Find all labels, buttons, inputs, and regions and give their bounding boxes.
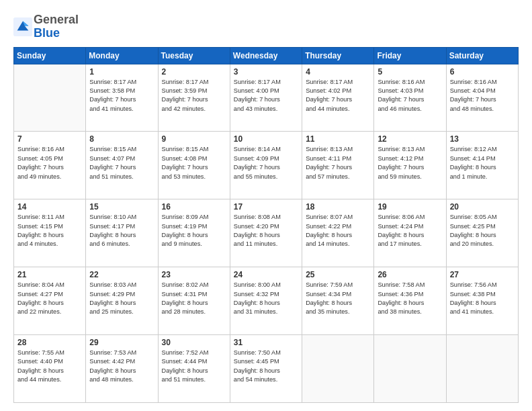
day-number: 5	[378, 67, 442, 77]
calendar-cell: 18Sunrise: 8:07 AMSunset: 4:22 PMDayligh…	[302, 199, 374, 267]
calendar-cell: 21Sunrise: 8:04 AMSunset: 4:27 PMDayligh…	[14, 267, 86, 335]
calendar-cell: 24Sunrise: 8:00 AMSunset: 4:32 PMDayligh…	[230, 267, 302, 335]
day-number: 25	[306, 270, 370, 279]
day-info: Sunrise: 7:58 AMSunset: 4:36 PMDaylight:…	[378, 281, 442, 316]
day-info: Sunrise: 8:13 AMSunset: 4:12 PMDaylight:…	[378, 145, 442, 181]
day-info: Sunrise: 7:53 AMSunset: 4:42 PMDaylight:…	[89, 349, 154, 384]
day-number: 27	[450, 270, 515, 279]
weekday-header-tuesday: Tuesday	[158, 47, 230, 64]
calendar-cell: 17Sunrise: 8:08 AMSunset: 4:20 PMDayligh…	[230, 199, 302, 267]
calendar-table: SundayMondayTuesdayWednesdayThursdayFrid…	[13, 47, 519, 403]
logo-text: General Blue	[34, 13, 79, 40]
day-number: 4	[306, 67, 370, 77]
day-info: Sunrise: 7:59 AMSunset: 4:34 PMDaylight:…	[306, 281, 370, 316]
header: General Blue	[13, 11, 519, 40]
day-number: 18	[306, 202, 370, 212]
weekday-header-row: SundayMondayTuesdayWednesdayThursdayFrid…	[14, 47, 519, 64]
day-info: Sunrise: 8:03 AMSunset: 4:29 PMDaylight:…	[89, 281, 154, 316]
calendar-cell: 20Sunrise: 8:05 AMSunset: 4:25 PMDayligh…	[446, 199, 518, 267]
day-info: Sunrise: 8:11 AMSunset: 4:15 PMDaylight:…	[17, 213, 82, 248]
day-info: Sunrise: 8:15 AMSunset: 4:07 PMDaylight:…	[89, 145, 154, 181]
day-info: Sunrise: 8:10 AMSunset: 4:17 PMDaylight:…	[89, 213, 154, 248]
calendar-cell: 27Sunrise: 7:56 AMSunset: 4:38 PMDayligh…	[446, 267, 518, 335]
day-info: Sunrise: 8:17 AMSunset: 4:00 PMDaylight:…	[234, 78, 298, 113]
day-number: 2	[162, 67, 226, 77]
calendar-cell: 1Sunrise: 8:17 AMSunset: 3:58 PMDaylight…	[86, 64, 158, 132]
day-number: 20	[450, 202, 515, 212]
day-info: Sunrise: 8:17 AMSunset: 4:02 PMDaylight:…	[306, 78, 370, 113]
day-info: Sunrise: 8:13 AMSunset: 4:11 PMDaylight:…	[306, 145, 370, 181]
day-number: 22	[89, 270, 154, 279]
calendar-cell: 9Sunrise: 8:15 AMSunset: 4:08 PMDaylight…	[158, 132, 230, 199]
day-number: 24	[234, 270, 298, 279]
day-number: 3	[234, 67, 298, 77]
day-info: Sunrise: 8:08 AMSunset: 4:20 PMDaylight:…	[234, 213, 298, 248]
calendar-week-1: 1Sunrise: 8:17 AMSunset: 3:58 PMDaylight…	[14, 64, 519, 132]
day-number: 14	[17, 202, 82, 212]
calendar-cell: 31Sunrise: 7:50 AMSunset: 4:45 PMDayligh…	[230, 335, 302, 403]
day-info: Sunrise: 8:05 AMSunset: 4:25 PMDaylight:…	[450, 213, 515, 248]
day-number: 13	[450, 134, 515, 144]
logo-icon	[13, 17, 32, 36]
day-number: 28	[17, 338, 82, 347]
calendar-cell: 8Sunrise: 8:15 AMSunset: 4:07 PMDaylight…	[86, 132, 158, 199]
calendar-cell: 22Sunrise: 8:03 AMSunset: 4:29 PMDayligh…	[86, 267, 158, 335]
day-info: Sunrise: 8:07 AMSunset: 4:22 PMDaylight:…	[306, 213, 370, 248]
day-info: Sunrise: 8:15 AMSunset: 4:08 PMDaylight:…	[162, 145, 226, 181]
calendar-cell: 14Sunrise: 8:11 AMSunset: 4:15 PMDayligh…	[14, 199, 86, 267]
calendar-cell: 12Sunrise: 8:13 AMSunset: 4:12 PMDayligh…	[374, 132, 446, 199]
day-number: 31	[234, 338, 298, 347]
calendar-cell: 13Sunrise: 8:12 AMSunset: 4:14 PMDayligh…	[446, 132, 518, 199]
weekday-header-monday: Monday	[86, 47, 158, 64]
day-number: 6	[450, 67, 515, 77]
day-number: 19	[378, 202, 442, 212]
calendar-cell: 7Sunrise: 8:16 AMSunset: 4:05 PMDaylight…	[14, 132, 86, 199]
calendar-cell	[374, 335, 446, 403]
day-info: Sunrise: 8:04 AMSunset: 4:27 PMDaylight:…	[17, 281, 82, 316]
weekday-header-wednesday: Wednesday	[230, 47, 302, 64]
day-number: 8	[89, 134, 154, 144]
calendar-cell: 10Sunrise: 8:14 AMSunset: 4:09 PMDayligh…	[230, 132, 302, 199]
day-info: Sunrise: 8:12 AMSunset: 4:14 PMDaylight:…	[450, 145, 515, 181]
day-info: Sunrise: 7:52 AMSunset: 4:44 PMDaylight:…	[162, 349, 226, 384]
calendar-cell: 6Sunrise: 8:16 AMSunset: 4:04 PMDaylight…	[446, 64, 518, 132]
day-number: 9	[162, 134, 226, 144]
calendar-cell: 5Sunrise: 8:16 AMSunset: 4:03 PMDaylight…	[374, 64, 446, 132]
weekday-header-saturday: Saturday	[446, 47, 518, 64]
weekday-header-thursday: Thursday	[302, 47, 374, 64]
day-number: 7	[17, 134, 82, 144]
day-info: Sunrise: 8:14 AMSunset: 4:09 PMDaylight:…	[234, 145, 298, 181]
calendar-cell	[14, 64, 86, 132]
day-number: 30	[162, 338, 226, 347]
calendar-week-4: 21Sunrise: 8:04 AMSunset: 4:27 PMDayligh…	[14, 267, 519, 335]
day-info: Sunrise: 8:02 AMSunset: 4:31 PMDaylight:…	[162, 281, 226, 316]
day-number: 12	[378, 134, 442, 144]
day-info: Sunrise: 8:16 AMSunset: 4:05 PMDaylight:…	[17, 145, 82, 181]
day-info: Sunrise: 7:56 AMSunset: 4:38 PMDaylight:…	[450, 281, 515, 316]
day-number: 29	[89, 338, 154, 347]
calendar-cell: 26Sunrise: 7:58 AMSunset: 4:36 PMDayligh…	[374, 267, 446, 335]
calendar-cell: 30Sunrise: 7:52 AMSunset: 4:44 PMDayligh…	[158, 335, 230, 403]
calendar-cell	[302, 335, 374, 403]
day-number: 1	[89, 67, 154, 77]
calendar-week-5: 28Sunrise: 7:55 AMSunset: 4:40 PMDayligh…	[14, 335, 519, 403]
calendar-cell: 29Sunrise: 7:53 AMSunset: 4:42 PMDayligh…	[86, 335, 158, 403]
weekday-header-friday: Friday	[374, 47, 446, 64]
day-number: 26	[378, 270, 442, 279]
calendar-cell: 2Sunrise: 8:17 AMSunset: 3:59 PMDaylight…	[158, 64, 230, 132]
day-info: Sunrise: 7:55 AMSunset: 4:40 PMDaylight:…	[17, 349, 82, 384]
calendar-cell: 11Sunrise: 8:13 AMSunset: 4:11 PMDayligh…	[302, 132, 374, 199]
day-info: Sunrise: 8:16 AMSunset: 4:04 PMDaylight:…	[450, 78, 515, 113]
day-info: Sunrise: 8:06 AMSunset: 4:24 PMDaylight:…	[378, 213, 442, 248]
calendar-cell: 19Sunrise: 8:06 AMSunset: 4:24 PMDayligh…	[374, 199, 446, 267]
page: General Blue SundayMondayTuesdayWednesda…	[0, 0, 532, 411]
calendar-cell: 15Sunrise: 8:10 AMSunset: 4:17 PMDayligh…	[86, 199, 158, 267]
calendar-cell: 25Sunrise: 7:59 AMSunset: 4:34 PMDayligh…	[302, 267, 374, 335]
day-info: Sunrise: 7:50 AMSunset: 4:45 PMDaylight:…	[234, 349, 298, 384]
calendar-cell: 4Sunrise: 8:17 AMSunset: 4:02 PMDaylight…	[302, 64, 374, 132]
day-info: Sunrise: 8:00 AMSunset: 4:32 PMDaylight:…	[234, 281, 298, 316]
calendar-cell: 23Sunrise: 8:02 AMSunset: 4:31 PMDayligh…	[158, 267, 230, 335]
day-info: Sunrise: 8:09 AMSunset: 4:19 PMDaylight:…	[162, 213, 226, 248]
day-number: 21	[17, 270, 82, 279]
calendar-week-3: 14Sunrise: 8:11 AMSunset: 4:15 PMDayligh…	[14, 199, 519, 267]
